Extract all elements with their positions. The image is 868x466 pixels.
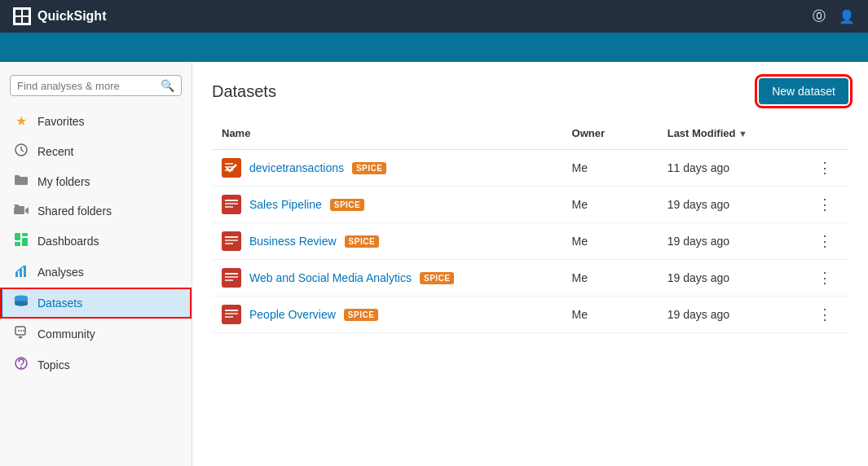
dataset-name[interactable]: Web and Social Media Analytics <box>249 271 412 284</box>
svg-rect-9 <box>22 233 28 236</box>
logo-icon <box>13 7 31 25</box>
sidebar-label-recent: Recent <box>37 145 73 158</box>
svg-rect-41 <box>225 313 238 314</box>
svg-rect-32 <box>225 236 238 238</box>
help-icon[interactable]: ⓪ <box>813 8 826 25</box>
svg-rect-36 <box>225 273 238 275</box>
search-box[interactable]: 🔍 <box>10 75 182 96</box>
dataset-action-cell: ⋮ <box>785 187 848 223</box>
star-icon: ★ <box>13 113 29 129</box>
more-options-icon[interactable]: ⋮ <box>811 230 839 253</box>
user-icon[interactable]: 👤 <box>839 9 855 24</box>
shared-folder-icon <box>13 204 29 218</box>
sidebar-label-my-folders: My folders <box>37 175 90 188</box>
topics-icon <box>13 357 29 373</box>
svg-point-16 <box>15 302 28 306</box>
svg-rect-37 <box>225 276 238 278</box>
dataset-icon <box>222 231 241 251</box>
sidebar-item-shared-folders[interactable]: Shared folders <box>0 196 192 226</box>
dataset-icon <box>222 305 241 324</box>
app-logo: QuickSight <box>13 7 106 25</box>
sidebar-label-favorites: Favorites <box>37 115 85 128</box>
search-icon: 🔍 <box>161 79 174 92</box>
more-options-icon[interactable]: ⋮ <box>811 156 839 179</box>
more-options-icon[interactable]: ⋮ <box>811 303 839 326</box>
sidebar-item-recent[interactable]: Recent <box>0 136 192 167</box>
dataset-name[interactable]: devicetransactions <box>249 161 344 174</box>
svg-rect-25 <box>225 169 233 171</box>
svg-rect-11 <box>22 238 28 246</box>
sidebar-item-favorites[interactable]: ★ Favorites <box>0 106 192 136</box>
dataset-modified: 11 days ago <box>658 150 785 187</box>
dataset-action-cell: ⋮ <box>785 260 848 297</box>
search-input[interactable] <box>17 80 161 92</box>
svg-rect-38 <box>225 279 233 281</box>
main-content: Datasets New dataset Name Owner Last Mod… <box>192 62 868 466</box>
more-options-icon[interactable]: ⋮ <box>811 266 839 289</box>
svg-rect-3 <box>23 17 29 23</box>
sidebar-label-analyses: Analyses <box>37 266 84 279</box>
sort-desc-icon: ▼ <box>738 129 747 138</box>
sidebar-item-dashboards[interactable]: Dashboards <box>0 226 192 257</box>
dashboard-icon <box>13 233 29 249</box>
sidebar-label-shared-folders: Shared folders <box>37 204 112 218</box>
col-modified-header[interactable]: Last Modified ▼ <box>658 121 785 150</box>
table-row: People Overview SPICE Me 19 days ago ⋮ <box>212 297 848 333</box>
dataset-name[interactable]: Business Review <box>249 235 337 248</box>
sidebar-item-analyses[interactable]: Analyses <box>0 257 192 288</box>
sidebar-item-topics[interactable]: Topics <box>0 350 192 380</box>
sidebar-label-dashboards: Dashboards <box>37 235 99 248</box>
dataset-owner: Me <box>562 223 658 260</box>
dataset-owner: Me <box>562 187 658 223</box>
dataset-name[interactable]: Sales Pipeline <box>249 198 322 211</box>
more-options-icon[interactable]: ⋮ <box>811 193 839 216</box>
svg-rect-13 <box>20 269 22 277</box>
page-title: Datasets <box>212 82 276 101</box>
dataset-icon <box>222 268 241 288</box>
svg-rect-8 <box>15 233 20 240</box>
sidebar-item-datasets[interactable]: Datasets <box>0 288 192 319</box>
spice-badge: SPICE <box>330 199 365 211</box>
table-row: devicetransactions SPICE Me 11 days ago … <box>212 150 848 187</box>
spice-badge: SPICE <box>420 272 455 284</box>
svg-rect-0 <box>15 10 21 15</box>
main-layout: 🔍 ★ Favorites Recent My folders <box>0 62 868 466</box>
sidebar-item-my-folders[interactable]: My folders <box>0 167 192 196</box>
dataset-owner: Me <box>562 260 658 297</box>
svg-rect-34 <box>225 243 233 244</box>
spice-badge: SPICE <box>344 309 379 321</box>
dataset-name-cell: Sales Pipeline SPICE <box>212 187 562 223</box>
dataset-action-cell: ⋮ <box>785 297 848 333</box>
svg-rect-7 <box>14 208 24 214</box>
col-name-header: Name <box>212 121 562 150</box>
dataset-table: Name Owner Last Modified ▼ <box>212 121 848 333</box>
dataset-owner: Me <box>562 150 658 187</box>
dataset-icon <box>222 158 241 178</box>
dataset-owner: Me <box>562 297 658 333</box>
datasets-icon <box>13 295 29 311</box>
sidebar-label-topics: Topics <box>37 358 70 371</box>
new-dataset-button[interactable]: New dataset <box>759 78 848 104</box>
dataset-modified: 19 days ago <box>658 187 785 223</box>
svg-rect-1 <box>23 10 29 15</box>
dataset-name-cell: Business Review SPICE <box>212 223 562 260</box>
spice-badge: SPICE <box>352 162 387 174</box>
top-nav-right: ⓪ 👤 <box>813 8 855 25</box>
svg-rect-30 <box>225 206 233 208</box>
folder-icon <box>13 174 29 189</box>
svg-rect-24 <box>225 166 233 168</box>
svg-rect-28 <box>225 200 238 201</box>
table-row: Web and Social Media Analytics SPICE Me … <box>212 260 848 297</box>
svg-rect-40 <box>225 310 238 311</box>
col-action-header <box>785 121 848 150</box>
svg-rect-12 <box>15 272 18 277</box>
svg-point-20 <box>23 330 24 332</box>
sidebar-item-community[interactable]: Community <box>0 319 192 350</box>
svg-rect-33 <box>225 240 238 241</box>
table-row: Business Review SPICE Me 19 days ago ⋮ <box>212 223 848 260</box>
dataset-name[interactable]: People Overview <box>249 308 336 321</box>
app-name: QuickSight <box>37 9 106 24</box>
svg-point-18 <box>18 330 20 332</box>
teal-bar <box>0 33 868 62</box>
svg-line-6 <box>21 150 24 152</box>
